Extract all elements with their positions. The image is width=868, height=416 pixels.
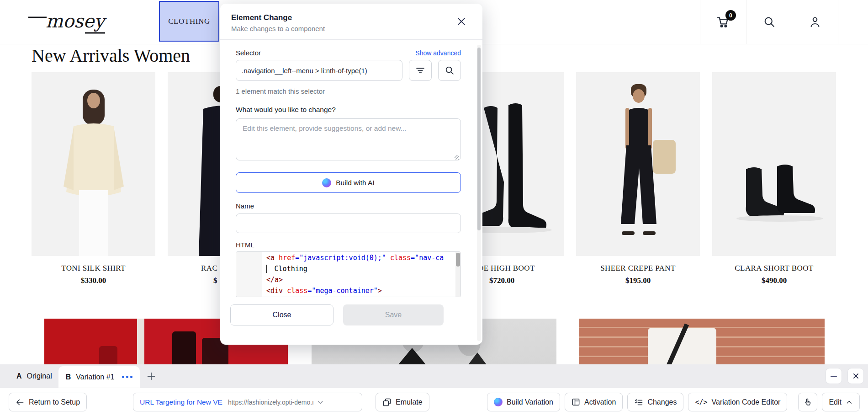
build-with-ai-label: Build with AI [336,179,374,187]
emulate-label: Emulate [396,398,423,406]
header-icons: 0 [700,0,838,44]
product-image [712,72,836,256]
save-button[interactable]: Save [343,304,444,325]
search-selector-button[interactable] [438,60,461,81]
editor-toolbar: Return to Setup URL Targeting for New VE… [0,388,868,416]
tab-variation-badge: B [66,373,71,381]
html-code-editor[interactable]: 1<a href="javascript:void(0);" class="na… [236,251,461,297]
hand-pointer-icon [803,398,812,407]
chevron-up-icon [846,399,853,406]
mosey-logo[interactable]: mosey [26,7,109,37]
edit-mode-label: Edit [829,398,842,406]
dialog-title: Element Change [231,13,471,22]
product-price: $330.00 [32,276,155,285]
chevron-down-icon [317,399,324,406]
variation-code-editor-button[interactable]: </> Variation Code Editor [688,393,787,411]
nav-item-clothing[interactable]: CLOTHING [159,1,219,42]
dialog-scrollbar[interactable] [477,45,481,341]
product-image [32,72,155,256]
activation-label: Activation [584,398,616,406]
code-editor-scroll-thumb[interactable] [456,253,460,267]
promo-image-brick[interactable] [579,319,825,364]
build-variation-label: Build Variation [507,398,553,406]
name-label: Name [236,202,461,210]
ai-sphere-icon [494,398,503,406]
url-targeting-label: URL Targeting for New VE [140,398,222,406]
build-variation-button[interactable]: Build Variation [487,393,560,411]
variation-code-editor-label: Variation Code Editor [712,398,781,406]
tab-variation-label: Variation #1 [76,373,114,381]
build-with-ai-button[interactable]: Build with AI [236,172,461,193]
product-card[interactable]: SHEER CREPE PANT $195.00 [576,72,700,285]
search-icon [763,16,776,28]
cart-button[interactable]: 0 [700,0,746,44]
code-gutter [236,252,262,297]
tab-original-label: Original [27,372,52,380]
close-icon[interactable] [457,17,466,26]
html-label: HTML [236,241,461,249]
variation-tabstrip: A Original B Variation #1 [0,364,868,388]
variation-menu-icon[interactable] [122,376,132,378]
change-question-label: What would you like to change? [236,106,461,114]
close-editor-button[interactable] [847,368,864,384]
return-to-setup-button[interactable]: Return to Setup [9,393,87,411]
nav-item-clothing-label: CLOTHING [168,17,210,26]
dialog-scroll-thumb[interactable] [477,48,481,230]
url-value: https://fashionizely.opti-demo.ı [228,399,314,406]
search-icon [445,65,455,75]
dialog-body: Selector Show advanced 1 element match t… [220,40,482,297]
url-targeting-dropdown[interactable]: URL Targeting for New VE https://fashion… [133,393,362,411]
show-advanced-link[interactable]: Show advanced [415,49,461,57]
product-card[interactable]: CLARA SHORT BOOT $490.00 [712,72,836,285]
ai-sphere-icon [322,178,331,187]
element-change-dialog: Element Change Make changes to a compone… [220,4,482,345]
resize-handle[interactable] [455,155,459,160]
devices-icon [382,398,392,407]
page-title: New Arrivals Women [32,45,190,66]
tab-variation-1[interactable]: B Variation #1 [58,366,140,388]
emulate-button[interactable]: Emulate [376,393,429,411]
dialog-subtitle: Make changes to a component [231,25,471,32]
search-button[interactable] [746,0,792,44]
dialog-footer: Close Save [220,297,482,325]
selector-match-info: 1 element match this selector [236,87,461,95]
changes-label: Changes [647,398,677,406]
product-image [576,72,700,256]
change-request-textarea[interactable] [236,118,461,160]
activation-button[interactable]: Activation [565,393,623,411]
code-lines: 1<a href="javascript:void(0);" class="na… [262,252,460,297]
cart-count-badge: 0 [725,10,736,21]
layout-icon [572,398,580,406]
code-editor-scrollbar[interactable] [455,252,460,297]
checklist-icon [634,398,643,407]
product-title: TONI SILK SHIRT [32,264,155,273]
product-price: $490.00 [712,276,836,285]
product-price: $195.00 [576,276,700,285]
minimize-editor-button[interactable] [826,368,842,384]
filter-icon [415,65,425,75]
svg-text:mosey: mosey [46,11,107,32]
name-input[interactable] [236,213,461,233]
selector-label: Selector [236,49,261,57]
close-button[interactable]: Close [230,304,333,325]
changes-button[interactable]: Changes [627,393,683,411]
arrow-left-icon [16,398,25,407]
user-icon [809,16,821,28]
selector-input[interactable] [236,60,402,81]
interact-mode-button[interactable] [798,393,817,411]
account-button[interactable] [792,0,838,44]
add-variation-button[interactable] [146,364,156,388]
plus-icon [146,371,156,381]
code-icon: </> [695,398,707,406]
tab-original-badge: A [16,372,22,380]
minimize-icon [830,373,837,380]
tab-original[interactable]: A Original [16,364,58,388]
product-title: CLARA SHORT BOOT [712,264,836,273]
product-card[interactable]: TONI SILK SHIRT $330.00 [32,72,155,285]
return-to-setup-label: Return to Setup [29,398,80,406]
filter-selector-button[interactable] [409,60,432,81]
dialog-header: Element Change Make changes to a compone… [220,4,482,40]
product-title: SHEER CREPE PANT [576,264,700,273]
edit-mode-dropdown[interactable]: Edit [822,393,860,411]
close-icon [852,373,859,379]
